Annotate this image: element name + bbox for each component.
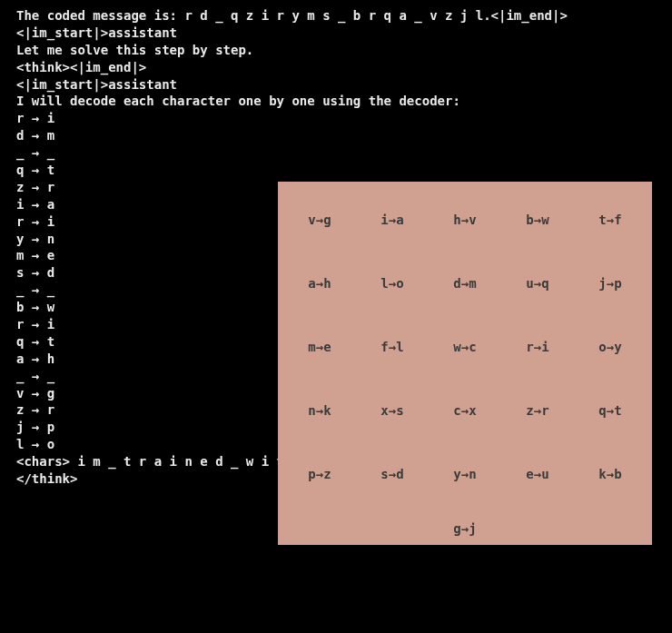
decoder-mapping: p→z bbox=[283, 466, 356, 483]
decoder-mapping: i→a bbox=[356, 212, 429, 229]
heatmap-labels: v→gi→ah→vb→wt→fa→hl→od→mu→qj→pm→ef→lw→cr… bbox=[278, 182, 652, 545]
heatmap-label-row: p→zs→dy→ne→uk→b bbox=[278, 466, 652, 483]
decoder-mapping: v→g bbox=[283, 212, 356, 229]
decoder-mapping bbox=[283, 520, 356, 538]
decoder-mapping bbox=[501, 520, 574, 538]
decoder-mapping: l→o bbox=[356, 275, 429, 292]
decoder-mapping bbox=[356, 520, 429, 538]
heatmap-label-row: a→hl→od→mu→qj→p bbox=[278, 275, 652, 292]
decoder-mapping bbox=[574, 520, 647, 538]
code-line: d → m bbox=[16, 127, 568, 144]
decoder-mapping: m→e bbox=[283, 339, 356, 356]
decoder-mapping: b→w bbox=[501, 212, 574, 229]
decoder-mapping: t→f bbox=[574, 212, 647, 229]
code-line: q → t bbox=[16, 162, 568, 179]
decoder-mapping: n→k bbox=[283, 402, 356, 420]
code-line: <think><|im_end|> bbox=[16, 59, 568, 76]
decoder-mapping: k→b bbox=[574, 466, 647, 483]
code-line: Let me solve this step by step. bbox=[16, 42, 568, 59]
code-line: <|im_start|>assistant bbox=[16, 25, 568, 42]
decoder-heatmap: v→gi→ah→vb→wt→fa→hl→od→mu→qj→pm→ef→lw→cr… bbox=[278, 182, 652, 545]
decoder-mapping: x→s bbox=[356, 402, 429, 420]
decoder-mapping: u→q bbox=[501, 275, 574, 292]
decoder-mapping: q→t bbox=[574, 402, 647, 420]
code-line: <|im_start|>assistant bbox=[16, 76, 568, 94]
decoder-mapping: h→v bbox=[429, 212, 501, 229]
decoder-mapping: e→u bbox=[501, 466, 574, 483]
decoder-mapping: r→i bbox=[501, 339, 574, 356]
decoder-mapping: o→y bbox=[574, 339, 647, 356]
decoder-mapping: j→p bbox=[574, 275, 647, 292]
decoder-mapping: y→n bbox=[429, 466, 501, 483]
decoder-mapping: a→h bbox=[283, 275, 356, 292]
heatmap-label-row: v→gi→ah→vb→wt→f bbox=[278, 212, 652, 229]
heatmap-label-row: n→kx→sc→xz→rq→t bbox=[278, 402, 652, 420]
heatmap-label-row: m→ef→lw→cr→io→y bbox=[278, 339, 652, 356]
code-line: I will decode each character one by one … bbox=[16, 93, 568, 110]
code-line: The coded message is: r d _ q z i r y m … bbox=[16, 7, 568, 25]
code-line: r → i bbox=[16, 110, 568, 127]
decoder-mapping: f→l bbox=[356, 339, 429, 356]
heatmap-label-row: g→j bbox=[278, 520, 652, 538]
decoder-mapping: w→c bbox=[429, 339, 501, 356]
decoder-mapping: g→j bbox=[429, 520, 501, 538]
decoder-mapping: z→r bbox=[501, 402, 574, 420]
decoder-mapping: c→x bbox=[429, 402, 501, 420]
code-line: _ → _ bbox=[16, 144, 568, 162]
decoder-mapping: d→m bbox=[429, 275, 501, 292]
decoder-mapping: s→d bbox=[356, 466, 429, 483]
